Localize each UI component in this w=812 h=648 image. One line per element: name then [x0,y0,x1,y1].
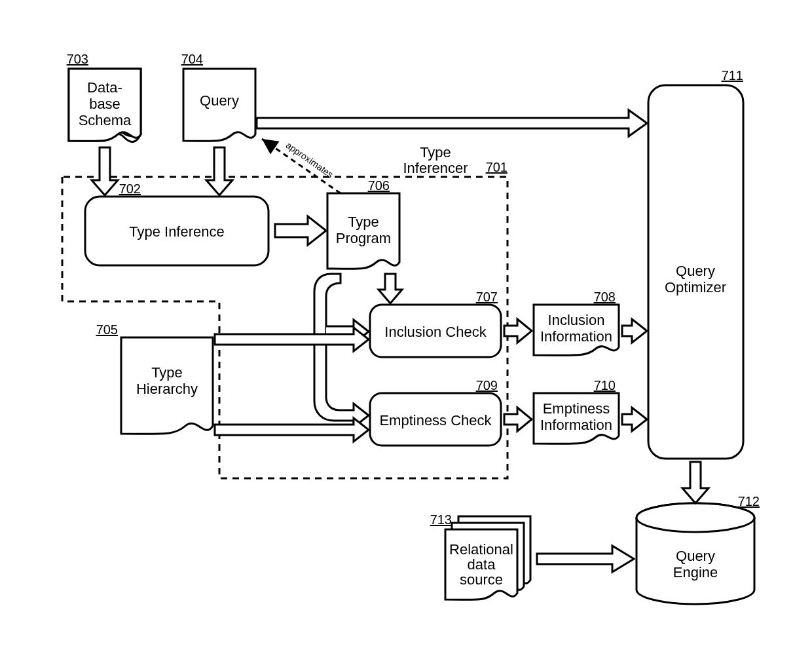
emptiness-info-doc: 710 Emptiness Information [534,378,619,444]
n706-l2: Program [336,230,391,246]
ref-710: 710 [594,378,616,392]
emptiness-check-box: 709 Emptiness Check [370,378,501,446]
n703-l3: Schema [79,112,132,128]
n710-l1: Emptiness [543,400,610,417]
n705-l1: Type [151,364,183,381]
ref-707: 707 [476,290,498,304]
ref-705: 705 [96,322,118,337]
n710-l2: Information [540,417,612,433]
n709-l1: Emptiness Check [379,412,492,429]
arrow-706-to-709 [314,274,369,427]
ref-706: 706 [368,178,390,193]
arrow-708-to-711 [622,319,647,343]
arrow-706-to-707 [378,274,402,303]
n704-l1: Query [200,92,239,109]
database-schema-doc: 703 Data- base Schema [67,52,141,142]
type-inferencer-title-line1: Type [420,144,451,161]
type-hierarchy-doc: 705 Type Hierarchy [96,322,213,434]
n713-l3: source [460,571,503,588]
arrow-711-to-712 [682,462,709,503]
arrow-704-to-702 [206,147,232,195]
n711-l2: Optimizer [665,279,726,295]
ref-713: 713 [430,512,452,527]
n703-l1: Data- [87,79,122,96]
arrow-702-to-706 [275,216,326,245]
type-inferencer-title-line2: Inferencer [403,160,468,176]
n713-l2: data [468,556,496,573]
arrow-703-to-702 [92,147,118,195]
svg-point-5 [637,503,754,532]
arrow-approximates: approximates [262,139,341,193]
arrow-713-to-712 [537,546,634,572]
diagram-canvas: Type Inferencer 701 703 Data- base Schem… [0,0,812,648]
query-doc: 704 Query [181,52,255,141]
n713-l1: Relational [449,541,513,558]
ref-708: 708 [594,290,616,304]
n706-l1: Type [348,214,379,230]
n712-l1: Query [676,548,715,564]
n707-l1: Inclusion Check [384,324,487,340]
arrow-710-to-711 [622,408,647,431]
ref-711: 711 [722,68,743,83]
inclusion-info-doc: 708 Inclusion Information [534,290,619,355]
ref-702: 702 [119,181,141,196]
query-optimizer-box: 711 Query Optimizer [648,68,743,459]
n705-l2: Hierarchy [136,381,198,397]
n711-l1: Query [676,263,715,279]
ref-703: 703 [67,52,88,66]
arrow-704-to-711 [257,110,647,136]
relational-data-source-docstack: 713 Relational data source [430,512,530,600]
n708-l2: Information [540,328,612,345]
ref-712: 712 [738,494,760,508]
query-engine-cylinder: 712 Query Engine [637,494,760,604]
n702-l1: Type Inference [129,223,225,240]
type-inference-box: 702 Type Inference [85,181,268,265]
n703-l2: base [89,96,120,112]
ref-704: 704 [181,52,203,66]
n708-l1: Inclusion [548,312,605,328]
ref-701: 701 [486,160,507,174]
ref-709: 709 [476,378,498,392]
n712-l2: Engine [673,564,718,581]
